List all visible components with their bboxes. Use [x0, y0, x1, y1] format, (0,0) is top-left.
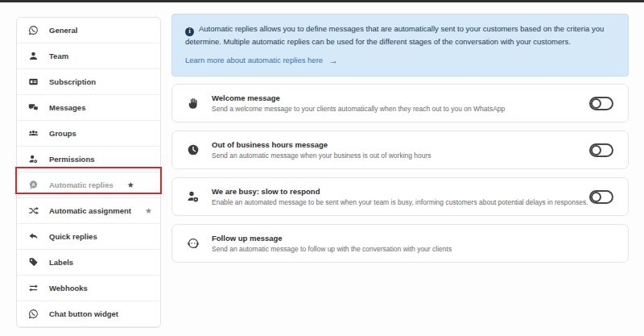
- sidebar-item-label: Subscription: [49, 77, 96, 86]
- toggle-knob: [591, 145, 601, 156]
- shuffle-icon: [28, 205, 39, 216]
- automatic-replies-icon: A: [28, 180, 39, 190]
- arrow-right-icon: →: [328, 56, 338, 65]
- groups-icon: [28, 128, 39, 139]
- sidebar-item-label: Automatic assignment: [49, 206, 131, 215]
- sidebar-item-quick-replies[interactable]: Quick replies: [17, 224, 160, 250]
- automatic-replies-panel: iAutomatic replies allows you to define …: [171, 14, 629, 263]
- tag-icon: [28, 257, 39, 268]
- sidebar-item-label: Webhooks: [49, 284, 88, 292]
- toggle-knob: [591, 192, 601, 202]
- sidebar-item-label: Team: [49, 52, 68, 60]
- card-description: Send a welcome message to your clients a…: [212, 105, 589, 113]
- sidebar-item-subscription[interactable]: Subscription: [17, 69, 160, 95]
- card-we-are-busy[interactable]: We are busy: slow to respond Enable an a…: [171, 177, 629, 216]
- card-text: Out of business hours message Send an au…: [212, 140, 589, 160]
- busy-team-icon: [185, 190, 201, 203]
- card-title: Out of business hours message: [212, 140, 589, 149]
- wave-hand-icon: [185, 97, 201, 110]
- sidebar-item-automatic-assignment[interactable]: Automatic assignment ★: [17, 198, 160, 224]
- whatsapp-icon: [28, 25, 39, 35]
- subscription-card-icon: [28, 77, 39, 87]
- messages-icon: [28, 102, 39, 113]
- learn-more-link[interactable]: Learn more about automatic replies here …: [185, 55, 338, 66]
- info-banner-text-row: iAutomatic replies allows you to define …: [185, 23, 615, 48]
- sidebar-item-automatic-replies[interactable]: A Automatic replies ★: [17, 172, 160, 198]
- out-of-business-hours-toggle[interactable]: [589, 143, 613, 157]
- card-description: Send an automatic message when your busi…: [212, 151, 589, 160]
- chat-widget-icon: [28, 309, 39, 319]
- star-icon: ★: [145, 207, 152, 215]
- sidebar-item-label: Groups: [49, 129, 76, 138]
- card-out-of-business-hours[interactable]: Out of business hours message Send an au…: [171, 131, 629, 169]
- sidebar-item-general[interactable]: General: [17, 18, 160, 44]
- sidebar-item-label: Quick replies: [49, 232, 97, 241]
- card-text: We are busy: slow to respond Enable an a…: [212, 187, 589, 206]
- sidebar-item-permissions[interactable]: Permissions: [17, 147, 160, 172]
- card-text: Follow up message Send an automatic mess…: [212, 234, 613, 253]
- svg-text:A: A: [32, 182, 35, 187]
- card-description: Enable an automated message to be sent w…: [212, 198, 589, 206]
- sidebar-item-team[interactable]: Team: [17, 44, 160, 69]
- card-follow-up-message[interactable]: Follow up message Send an automatic mess…: [171, 224, 629, 263]
- sidebar-item-groups[interactable]: Groups: [17, 121, 160, 147]
- info-icon: i: [185, 27, 194, 36]
- info-banner: iAutomatic replies allows you to define …: [171, 14, 629, 77]
- welcome-message-toggle[interactable]: [589, 97, 613, 110]
- settings-sidebar: General Team Subscription Messages Group…: [16, 17, 161, 328]
- sidebar-item-label: Chat button widget: [49, 309, 118, 318]
- toggle-knob: [591, 98, 601, 109]
- sidebar-item-label: General: [49, 26, 77, 35]
- card-title: Welcome message: [212, 93, 589, 102]
- quick-reply-icon: [28, 231, 39, 242]
- sidebar-item-messages[interactable]: Messages: [17, 95, 160, 121]
- sidebar-item-label: Automatic replies: [49, 180, 114, 189]
- card-title: We are busy: slow to respond: [212, 187, 589, 196]
- card-welcome-message[interactable]: Welcome message Send a welcome message t…: [171, 84, 629, 122]
- info-banner-text: Automatic replies allows you to define m…: [185, 24, 604, 46]
- we-are-busy-toggle[interactable]: [589, 190, 613, 204]
- sidebar-item-labels[interactable]: Labels: [17, 250, 160, 276]
- sidebar-item-label: Permissions: [49, 155, 95, 164]
- star-icon: ★: [127, 181, 134, 189]
- webhooks-icon: [28, 283, 39, 293]
- clock-icon: [185, 143, 201, 156]
- card-title: Follow up message: [212, 234, 613, 243]
- learn-more-link-label: Learn more about automatic replies here: [185, 55, 323, 66]
- card-description: Send an automatic message to follow up w…: [212, 245, 613, 253]
- card-text: Welcome message Send a welcome message t…: [212, 93, 589, 113]
- sidebar-item-label: Messages: [49, 103, 85, 112]
- sidebar-item-webhooks[interactable]: Webhooks: [17, 276, 160, 301]
- headset-icon: [185, 237, 201, 250]
- sidebar-item-chat-button-widget[interactable]: Chat button widget: [17, 301, 160, 327]
- top-window-edge: [0, 0, 644, 2]
- person-icon: [28, 51, 39, 61]
- sidebar-item-label: Labels: [49, 258, 73, 267]
- permissions-icon: [28, 154, 39, 164]
- reply-type-list: Welcome message Send a welcome message t…: [171, 84, 629, 263]
